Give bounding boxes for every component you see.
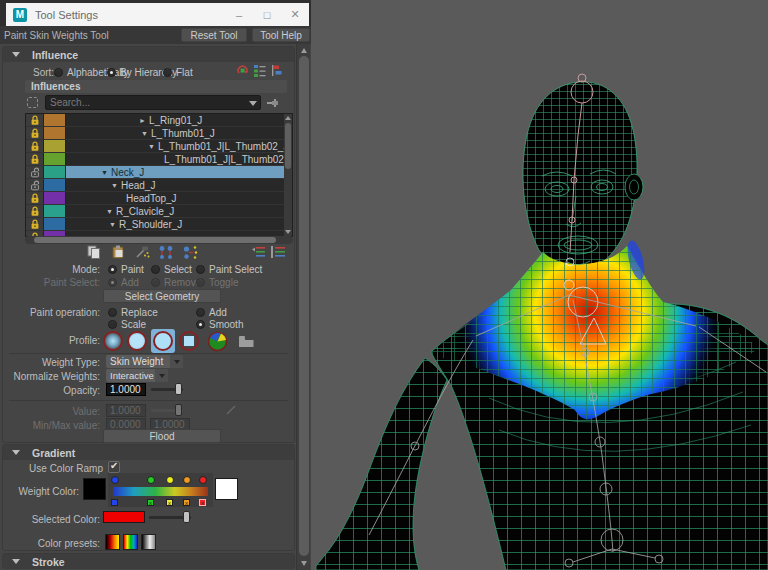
radio-scale[interactable] [108,320,117,329]
influence-row[interactable]: ▼R_Shoulder_J [26,218,285,231]
radio-alphabetically[interactable] [54,68,63,77]
influence-row[interactable]: ▼L_Thumb01_J|L_Thumb02_J [26,140,285,153]
radio-flat[interactable] [163,68,172,77]
scroll-down-icon[interactable] [285,230,291,234]
paste-weights-icon[interactable] [109,244,127,260]
selection-box-icon[interactable] [27,97,38,108]
tree-arrow-icon[interactable]: ► [139,117,146,124]
select-geometry-button[interactable]: Select Geometry [103,289,221,303]
scrollbar-thumb[interactable] [299,56,309,556]
brush-square-icon[interactable] [179,331,199,351]
tree-arrow-icon[interactable]: ▼ [111,182,118,189]
hammer-weights-icon[interactable] [133,244,151,260]
weight-type-dropdown[interactable]: Skin Weight [106,355,183,368]
maximize-button[interactable]: □ [253,5,281,25]
radio-replace[interactable] [108,308,117,317]
influence-row[interactable]: ▼L_Thumb01_J [26,127,285,140]
lock-icon[interactable] [26,192,44,204]
influence-row[interactable]: ▼Head_J [26,179,285,192]
radio-paint-select[interactable] [196,265,205,274]
op-replace[interactable]: Replace [108,306,158,318]
sort-flat[interactable]: Flat [163,66,193,78]
flood-button[interactable]: Flood [103,429,221,443]
tree-arrow-icon[interactable]: ▼ [148,143,155,150]
normalize-weights-dropdown[interactable]: Interactive [106,369,168,382]
lock-icon[interactable] [26,140,44,152]
weight-color-max-swatch[interactable] [215,478,238,500]
reset-tool-button[interactable]: Reset Tool [181,28,247,42]
radio-add-op[interactable] [196,308,205,317]
preset-rainbow[interactable] [123,534,138,550]
ramp-stop-orange[interactable] [183,476,191,484]
tree-arrow-icon[interactable]: ▼ [141,130,148,137]
tree-arrow-icon[interactable]: ▼ [109,221,116,228]
influence-row[interactable]: ▼R_Clavicle_J [26,205,285,218]
minimize-button[interactable]: – [225,5,253,25]
influence-section-header[interactable]: Influence [3,47,294,62]
influence-row[interactable]: HeadTop_J [26,192,285,205]
preset-grayscale[interactable] [141,534,156,550]
weight-color-min-swatch[interactable] [83,478,106,500]
stroke-section-header[interactable]: Stroke [3,554,294,569]
op-add[interactable]: Add [196,306,227,318]
sphere-profile-icon[interactable] [207,331,228,352]
lock-icon[interactable] [26,114,44,126]
radio-smooth[interactable] [196,320,205,329]
scroll-up-icon[interactable] [285,116,291,120]
radio-paint[interactable] [108,265,117,274]
influence-row[interactable]: L_Thumb01_J|L_Thumb02_J|L_Th [26,153,285,166]
color-ramp-bar[interactable] [113,487,208,496]
sort-hierarchy-icon[interactable] [253,64,266,77]
use-color-ramp-checkbox[interactable] [108,461,120,473]
lock-icon[interactable] [26,127,44,139]
ramp-delete-green[interactable]: x [147,499,154,506]
radio-by-hierarchy[interactable] [107,68,116,77]
panel-scrollbar[interactable] [296,44,310,570]
scroll-down-icon[interactable] [301,561,307,566]
scroll-up-icon[interactable] [301,48,307,53]
expand-tree-icon[interactable] [269,244,287,260]
folder-icon[interactable] [238,335,255,348]
search-input[interactable] [45,95,261,110]
brush-solid-selected[interactable] [151,329,175,353]
brush-gaussian-icon[interactable] [103,331,123,351]
opacity-input[interactable] [106,383,146,396]
lock-icon[interactable] [26,153,44,165]
influence-list-hscrollbar[interactable] [25,236,293,244]
influence-row-selected[interactable]: ▼Neck_J [26,166,285,179]
copy-weights-icon[interactable] [85,244,103,260]
search-chevron-down-icon[interactable] [249,101,257,106]
tree-arrow-icon[interactable]: ▼ [101,169,108,176]
tree-arrow-icon[interactable]: ▼ [106,208,113,215]
influence-row[interactable]: ►L_Ring01_J [26,114,285,127]
ramp-delete-yellow[interactable]: x [166,499,173,506]
ramp-delete-blue[interactable] [111,499,118,506]
ramp-delete-red[interactable]: x [199,499,206,506]
ramp-stop-green[interactable] [147,476,155,484]
sort-refresh-icon[interactable] [236,64,249,77]
sort-flag-icon[interactable] [270,64,283,77]
ramp-stop-red[interactable] [199,476,207,484]
influence-list-scrollbar[interactable] [284,114,292,236]
scrollbar-thumb[interactable] [34,237,276,243]
unlock-icon[interactable] [26,179,44,191]
scrollbar-thumb[interactable] [285,123,291,169]
slider-handle[interactable] [183,511,190,523]
selected-color-swatch[interactable] [103,511,145,523]
mode-paint-select[interactable]: Paint Select [196,263,262,275]
collapse-tree-icon[interactable] [249,244,267,260]
lock-icon[interactable] [26,218,44,230]
brush-soft-icon[interactable] [127,331,147,351]
add-influence-icon[interactable] [267,98,279,108]
slider-handle[interactable] [175,383,182,395]
mode-select[interactable]: Select [151,263,192,275]
ramp-stop-yellow[interactable] [166,476,174,484]
opacity-slider[interactable] [151,383,183,395]
selected-color-slider[interactable] [149,511,191,523]
preset-black-red-yellow[interactable] [105,534,120,550]
gradient-section-header[interactable]: Gradient [3,445,294,460]
unlock-icon[interactable] [26,166,44,178]
color-ramp-widget[interactable]: x x x x [108,473,213,507]
radio-select[interactable] [151,265,160,274]
ramp-stop-blue[interactable] [111,476,119,484]
